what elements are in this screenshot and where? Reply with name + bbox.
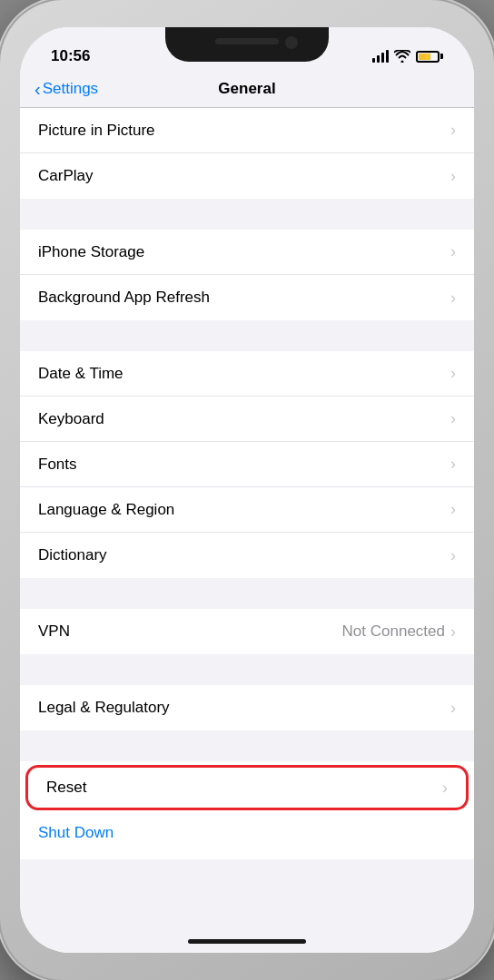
item-label: Language & Region (38, 501, 174, 519)
item-label: Legal & Regulatory (38, 699, 170, 717)
item-right: Not Connected › (342, 622, 456, 642)
item-label: iPhone Storage (38, 243, 144, 261)
spacer-2 (20, 320, 474, 351)
list-item-carplay[interactable]: CarPlay › (20, 153, 474, 199)
battery-icon: ⚡ (416, 51, 443, 63)
list-item-vpn[interactable]: VPN Not Connected › (20, 609, 474, 654)
settings-content: Picture in Picture › CarPlay › iPhone St… (20, 108, 474, 907)
spacer-5 (20, 730, 474, 761)
list-item-date-time[interactable]: Date & Time › (20, 351, 474, 397)
item-right: › (450, 546, 456, 565)
section-3: Date & Time › Keyboard › Fonts › (20, 351, 474, 578)
reset-section: Reset › Shut Down (20, 761, 474, 859)
back-chevron-icon: ‹ (35, 79, 41, 100)
nav-bar: ‹ Settings General (20, 73, 474, 108)
reset-label: Reset (46, 779, 86, 797)
list-item-keyboard[interactable]: Keyboard › (20, 397, 474, 442)
item-right: › (450, 699, 456, 718)
item-right: › (450, 500, 456, 519)
section-5: Legal & Regulatory › (20, 685, 474, 730)
status-icons: ⚡ (372, 50, 449, 63)
item-right: › (450, 167, 456, 186)
status-time: 10:56 (45, 47, 90, 65)
phone-frame: 10:56 ⚡ (0, 0, 494, 980)
list-item-fonts[interactable]: Fonts › (20, 442, 474, 487)
item-right: › (450, 409, 456, 428)
signal-icon (372, 50, 389, 63)
chevron-icon: › (450, 167, 456, 186)
item-label: Background App Refresh (38, 289, 210, 307)
item-label: Picture in Picture (38, 122, 155, 140)
list-item-picture-in-picture[interactable]: Picture in Picture › (20, 108, 474, 153)
phone-screen: 10:56 ⚡ (20, 27, 474, 953)
section-2: iPhone Storage › Background App Refresh … (20, 230, 474, 320)
item-right: › (450, 242, 456, 261)
spacer-bottom (20, 859, 474, 890)
page-title: General (218, 80, 275, 98)
item-right: › (450, 289, 456, 308)
section-4: VPN Not Connected › (20, 609, 474, 654)
item-label: VPN (38, 622, 70, 641)
chevron-icon: › (450, 622, 456, 642)
chevron-icon: › (450, 409, 456, 428)
back-button[interactable]: ‹ Settings (35, 79, 98, 100)
chevron-icon: › (450, 500, 456, 519)
item-label: Fonts (38, 456, 77, 474)
wifi-icon (394, 50, 410, 63)
speaker (215, 38, 279, 44)
chevron-icon: › (450, 289, 456, 308)
notch (165, 27, 329, 62)
camera (285, 36, 298, 49)
home-bar[interactable] (188, 939, 306, 944)
item-value: Not Connected (342, 622, 445, 641)
chevron-icon: › (442, 779, 448, 798)
list-item-reset[interactable]: Reset › (25, 765, 469, 810)
item-label: Date & Time (38, 365, 124, 383)
list-item-language-region[interactable]: Language & Region › (20, 487, 474, 533)
home-indicator (20, 907, 474, 953)
shut-down-label: Shut Down (38, 824, 114, 842)
item-right: › (450, 121, 456, 140)
item-label: Dictionary (38, 546, 107, 564)
chevron-icon: › (450, 364, 456, 383)
item-label: CarPlay (38, 167, 93, 185)
chevron-icon: › (450, 455, 456, 474)
back-label: Settings (43, 80, 98, 98)
list-item-legal[interactable]: Legal & Regulatory › (20, 685, 474, 730)
list-item-background-app-refresh[interactable]: Background App Refresh › (20, 275, 474, 320)
chevron-icon: › (450, 242, 456, 261)
spacer-3 (20, 578, 474, 609)
spacer-4 (20, 654, 474, 685)
spacer-1 (20, 199, 474, 230)
section-1: Picture in Picture › CarPlay › (20, 108, 474, 199)
list-item-shut-down[interactable]: Shut Down (20, 810, 474, 856)
list-item-iphone-storage[interactable]: iPhone Storage › (20, 230, 474, 275)
item-right: › (450, 455, 456, 474)
item-right: › (450, 364, 456, 383)
chevron-icon: › (450, 699, 456, 718)
list-item-dictionary[interactable]: Dictionary › (20, 533, 474, 578)
chevron-icon: › (450, 546, 456, 565)
item-label: Keyboard (38, 410, 104, 428)
chevron-icon: › (450, 121, 456, 140)
